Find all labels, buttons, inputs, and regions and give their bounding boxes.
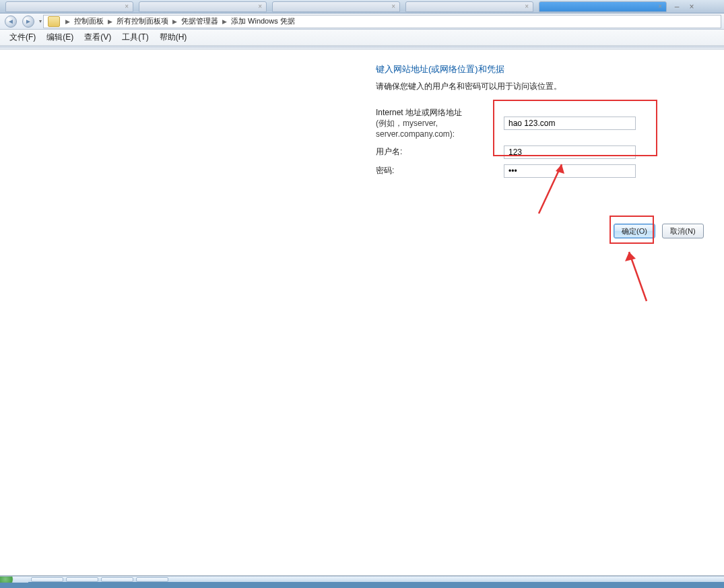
taskbar-button[interactable] <box>136 577 168 582</box>
taskbar-button[interactable] <box>101 577 133 582</box>
breadcrumb-item[interactable]: 添加 Windows 凭据 <box>230 16 296 26</box>
form-row-address: Internet 地址或网络地址 (例如，myserver, server.co… <box>376 107 706 140</box>
address-label: Internet 地址或网络地址 (例如，myserver, server.co… <box>376 107 504 140</box>
close-icon[interactable]: × <box>125 3 129 10</box>
cancel-button[interactable]: 取消(N) <box>662 224 704 238</box>
address-input[interactable] <box>504 117 636 130</box>
browser-tab[interactable]: × <box>405 1 533 12</box>
browser-tab-active[interactable]: × <box>539 1 667 12</box>
menu-tools[interactable]: 工具(T) <box>117 30 154 44</box>
form-row-username: 用户名: <box>376 145 706 159</box>
history-dropdown-icon[interactable]: ▾ <box>39 18 42 24</box>
close-icon[interactable]: × <box>258 3 262 10</box>
minimize-icon[interactable]: – <box>671 2 683 11</box>
back-button[interactable]: ◄ <box>3 15 19 28</box>
window-close-icon[interactable]: × <box>686 2 698 11</box>
breadcrumb-item[interactable]: 控制面板 <box>73 16 105 26</box>
start-button[interactable] <box>0 577 28 583</box>
password-input[interactable] <box>504 164 636 178</box>
browser-tab[interactable]: × <box>272 1 400 12</box>
ok-button[interactable]: 确定(O) <box>614 224 655 238</box>
browser-tab[interactable]: × <box>5 1 133 12</box>
browser-tabs-strip: × × × × × – × <box>0 0 724 13</box>
chevron-right-icon: ▶ <box>172 18 177 25</box>
folder-icon <box>48 16 60 27</box>
page-description: 请确保您键入的用户名和密码可以用于访问该位置。 <box>376 81 706 92</box>
breadcrumb-item[interactable]: 凭据管理器 <box>180 16 220 26</box>
chevron-right-icon: ▶ <box>222 18 227 25</box>
svg-marker-3 <box>625 252 636 261</box>
username-input[interactable] <box>504 145 636 159</box>
breadcrumb-item[interactable]: 所有控制面板项 <box>115 16 170 26</box>
nav-bar: ◄ ► ▾ ▶ 控制面板 ▶ 所有控制面板项 ▶ 凭据管理器 ▶ 添加 Wind… <box>0 13 724 30</box>
menu-help[interactable]: 帮助(H) <box>154 30 193 44</box>
close-icon[interactable]: × <box>658 3 662 10</box>
button-row: 确定(O) 取消(N) <box>614 224 704 238</box>
close-icon[interactable]: × <box>391 3 395 10</box>
menu-bar: 文件(F) 编辑(E) 查看(V) 工具(T) 帮助(H) <box>0 30 724 46</box>
address-breadcrumb[interactable]: ▶ 控制面板 ▶ 所有控制面板项 ▶ 凭据管理器 ▶ 添加 Windows 凭据 <box>43 15 721 28</box>
chevron-right-icon: ▶ <box>108 18 112 25</box>
menu-view[interactable]: 查看(V) <box>79 30 117 44</box>
browser-tab[interactable]: × <box>139 1 267 12</box>
content-area: 键入网站地址(或网络位置)和凭据 请确保您键入的用户名和密码可以用于访问该位置。… <box>0 50 724 582</box>
username-label: 用户名: <box>376 146 504 157</box>
password-label: 密码: <box>376 165 504 176</box>
annotation-arrow-icon <box>620 244 653 304</box>
chevron-right-icon: ▶ <box>65 18 70 25</box>
menu-edit[interactable]: 编辑(E) <box>41 30 79 44</box>
menu-file[interactable]: 文件(F) <box>4 30 41 44</box>
taskbar-button[interactable] <box>31 577 63 582</box>
svg-line-2 <box>629 252 647 301</box>
close-icon[interactable]: × <box>525 3 529 10</box>
page-title: 键入网站地址(或网络位置)和凭据 <box>376 63 706 75</box>
taskbar <box>0 576 724 582</box>
taskbar-button[interactable] <box>66 577 98 582</box>
form-row-password: 密码: <box>376 164 706 178</box>
forward-button[interactable]: ► <box>20 15 36 28</box>
